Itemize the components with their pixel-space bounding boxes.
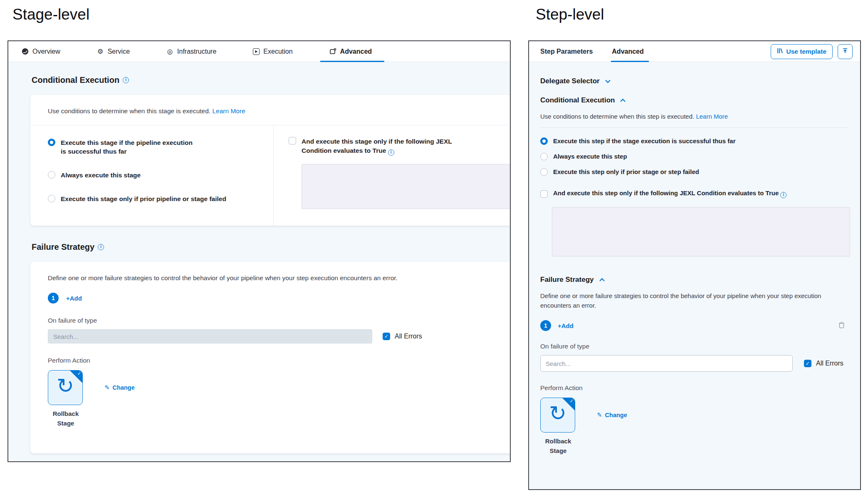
divider	[540, 127, 849, 128]
conditional-execution-card: Use conditions to determine when this st…	[30, 95, 511, 226]
jexl-condition-label: And execute this stage only if the follo…	[302, 138, 452, 154]
failure-type-search-input[interactable]	[48, 329, 372, 343]
jexl-condition-label: And execute this step only if the follow…	[553, 189, 779, 197]
delegate-selector-section-toggle[interactable]: Delegate Selector	[540, 77, 849, 85]
change-action-button[interactable]: Change	[597, 411, 627, 419]
radio-option-always-execute[interactable]: Always execute this stage	[48, 171, 263, 180]
radio-option-always-execute[interactable]: Always execute this step	[540, 152, 849, 161]
rollback-stage-action-card[interactable]	[540, 398, 575, 433]
radio-selected-icon[interactable]	[48, 139, 55, 146]
change-action-button[interactable]: Change	[104, 384, 135, 391]
radio-option-prior-failed[interactable]: Execute this step only if prior stage or…	[540, 168, 849, 176]
tab-label: Service	[108, 48, 130, 55]
tab-label: Advanced	[340, 48, 372, 55]
step-level-title: Step-level	[536, 6, 604, 23]
tab-label: Execution	[263, 48, 292, 55]
on-failure-of-type-label: On failure of type	[540, 343, 849, 350]
advanced-icon	[329, 48, 336, 55]
add-strategy-button[interactable]: +Add	[66, 295, 82, 302]
step-tabbar: Step Parameters Advanced Use template	[529, 41, 860, 62]
play-box-icon	[253, 48, 260, 55]
template-library-icon	[777, 47, 783, 56]
chevron-up-icon	[599, 276, 605, 284]
all-errors-option[interactable]: All Errors	[804, 360, 843, 367]
step-advanced-panel: Step Parameters Advanced Use template De…	[528, 40, 861, 490]
radio-icon[interactable]	[48, 195, 55, 202]
failure-strategy-description: Define one or more failure strategies to…	[540, 291, 849, 310]
info-icon[interactable]	[98, 244, 104, 250]
tab-label: Advanced	[612, 48, 643, 55]
radio-option-prior-failed[interactable]: Execute this stage only if prior pipelin…	[48, 195, 263, 204]
tab-execution[interactable]: Execution	[253, 41, 292, 62]
tab-label: Infrastructure	[177, 48, 216, 55]
conditional-execution-description: Use conditions to determine when this st…	[540, 113, 694, 120]
tab-label: Overview	[32, 48, 60, 55]
radio-selected-icon[interactable]	[540, 137, 548, 145]
stage-level-title: Stage-level	[12, 6, 89, 23]
jexl-condition-input[interactable]	[302, 164, 511, 209]
all-errors-checkbox[interactable]	[804, 360, 811, 367]
upload-icon	[842, 47, 848, 56]
tab-infrastructure[interactable]: Infrastructure	[166, 41, 216, 62]
conditional-execution-section-toggle[interactable]: Conditional Execution	[540, 96, 849, 104]
info-icon[interactable]	[123, 77, 129, 83]
all-errors-option[interactable]: All Errors	[383, 333, 422, 340]
use-template-button[interactable]: Use template	[771, 44, 833, 59]
chevron-up-icon	[620, 97, 626, 104]
jexl-checkbox[interactable]	[540, 190, 548, 198]
radio-option-pipeline-successful[interactable]: Execute this stage if the pipeline execu…	[48, 139, 263, 156]
learn-more-link[interactable]: Learn More	[212, 107, 245, 114]
overview-icon	[22, 48, 29, 55]
rollback-stage-action-card[interactable]	[48, 370, 83, 405]
all-errors-label: All Errors	[395, 333, 422, 340]
target-icon	[166, 48, 173, 55]
all-errors-checkbox[interactable]	[383, 333, 390, 340]
upgrade-template-button[interactable]	[838, 44, 853, 59]
radio-icon[interactable]	[540, 168, 548, 176]
chevron-down-icon	[605, 77, 611, 85]
gear-icon	[97, 48, 104, 55]
pencil-icon	[597, 411, 602, 419]
tab-step-parameters[interactable]: Step Parameters	[540, 41, 593, 62]
info-icon[interactable]	[780, 192, 786, 198]
learn-more-link[interactable]: Learn More	[696, 113, 728, 120]
stage-panel-body: Conditional Execution Use conditions to …	[8, 62, 510, 453]
radio-option-stage-successful[interactable]: Execute this step if the stage execution…	[540, 137, 849, 145]
jexl-condition-toggle[interactable]: And execute this step only if the follow…	[540, 189, 849, 198]
add-strategy-button[interactable]: +Add	[558, 322, 574, 329]
radio-icon[interactable]	[540, 153, 548, 160]
check-icon	[570, 398, 574, 404]
tab-overview[interactable]: Overview	[22, 41, 60, 62]
delete-strategy-icon[interactable]	[838, 321, 845, 330]
tab-advanced[interactable]: Advanced	[612, 41, 643, 62]
on-failure-of-type-label: On failure of type	[48, 317, 511, 324]
strategy-count-badge[interactable]: 1	[48, 293, 59, 303]
jexl-condition-input[interactable]	[552, 207, 850, 256]
failure-strategy-section-toggle[interactable]: Failure Strategy	[540, 276, 849, 284]
check-icon	[77, 371, 81, 376]
stage-advanced-panel: Overview Service Infrastructure Executio…	[7, 40, 511, 462]
tab-service[interactable]: Service	[97, 41, 130, 62]
all-errors-label: All Errors	[816, 360, 843, 367]
info-icon[interactable]	[388, 149, 394, 156]
perform-action-label: Perform Action	[540, 384, 849, 392]
perform-action-label: Perform Action	[48, 357, 511, 364]
tab-label: Step Parameters	[540, 48, 593, 55]
conditional-execution-description: Use conditions to determine when this st…	[48, 107, 210, 114]
selected-action-name: Rollback Stage	[48, 409, 84, 428]
failure-strategy-title: Failure Strategy	[32, 242, 94, 252]
step-panel-body: Delegate Selector Conditional Execution …	[529, 62, 860, 455]
failure-strategy-card: Define one or more failure strategies to…	[30, 262, 511, 453]
selected-action-name: Rollback Stage	[540, 437, 576, 455]
conditional-execution-title: Conditional Execution	[32, 75, 119, 85]
stage-tabbar: Overview Service Infrastructure Executio…	[8, 41, 510, 62]
radio-icon[interactable]	[48, 171, 55, 179]
jexl-condition-toggle[interactable]: And execute this stage only if the follo…	[289, 137, 511, 156]
jexl-checkbox[interactable]	[289, 137, 296, 144]
failure-type-search-input[interactable]	[540, 355, 793, 372]
failure-strategy-description: Define one or more failure strategies to…	[48, 274, 511, 282]
tab-advanced[interactable]: Advanced	[329, 41, 372, 62]
pencil-icon	[104, 384, 110, 391]
strategy-count-badge[interactable]: 1	[540, 320, 551, 331]
